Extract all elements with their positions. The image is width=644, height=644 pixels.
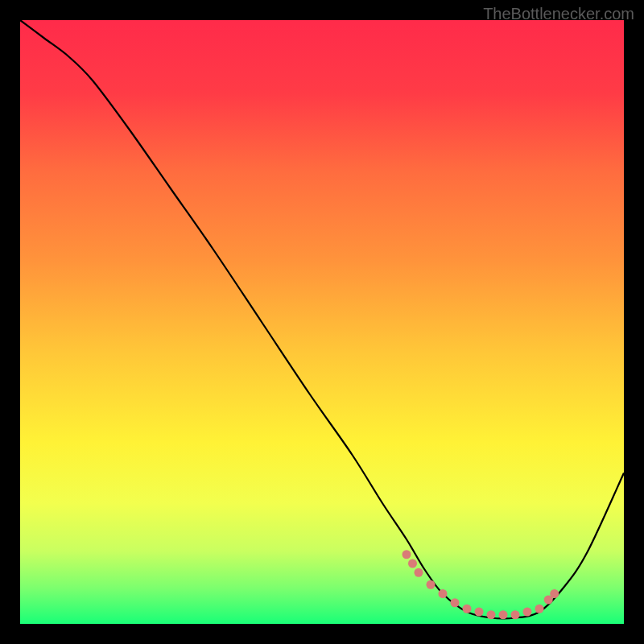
optimal-dot <box>415 568 423 577</box>
optimal-dot <box>535 605 544 613</box>
optimal-dot <box>499 610 508 619</box>
chart-plot-area <box>20 20 624 624</box>
optimal-dot <box>402 550 411 559</box>
watermark-text: TheBottlenecker.com <box>483 5 634 23</box>
optimal-dot <box>487 610 496 619</box>
optimal-dot <box>523 608 532 617</box>
chart-svg <box>20 20 624 624</box>
optimal-dot <box>511 610 520 619</box>
chart-background <box>20 20 624 624</box>
optimal-dot <box>451 598 460 607</box>
optimal-dot <box>408 559 417 568</box>
optimal-dot <box>463 605 472 613</box>
optimal-dot <box>427 580 436 589</box>
optimal-dot <box>475 608 484 617</box>
optimal-dot <box>439 589 448 598</box>
optimal-dot <box>550 589 559 598</box>
